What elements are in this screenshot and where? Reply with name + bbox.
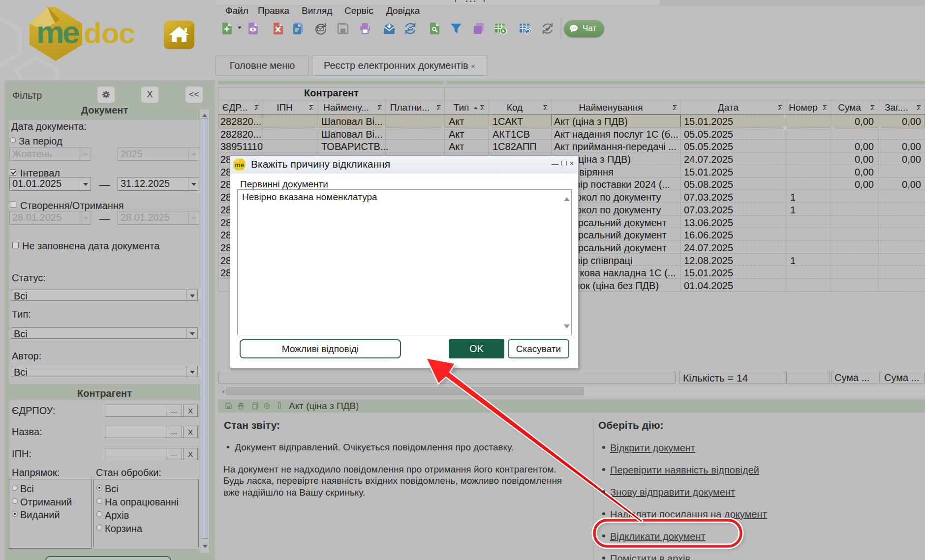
svg-text:doc: doc [84,17,135,50]
svg-text:me: me [235,161,244,169]
svg-text:me: me [36,15,79,50]
